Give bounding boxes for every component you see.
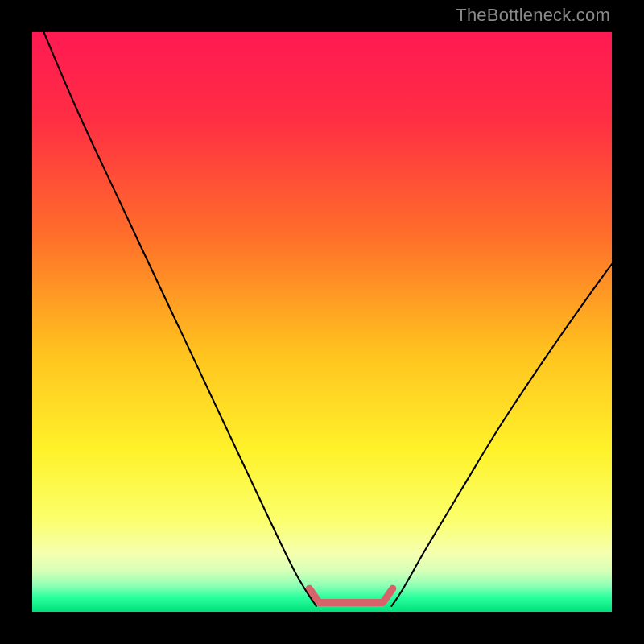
curves-layer	[32, 32, 612, 612]
right-curve	[391, 264, 612, 606]
watermark-text: TheBottleneck.com	[456, 5, 610, 26]
plot-area	[32, 32, 612, 612]
bottom-bracket	[309, 588, 393, 602]
chart-frame: TheBottleneck.com	[0, 0, 644, 644]
left-curve	[43, 32, 316, 606]
